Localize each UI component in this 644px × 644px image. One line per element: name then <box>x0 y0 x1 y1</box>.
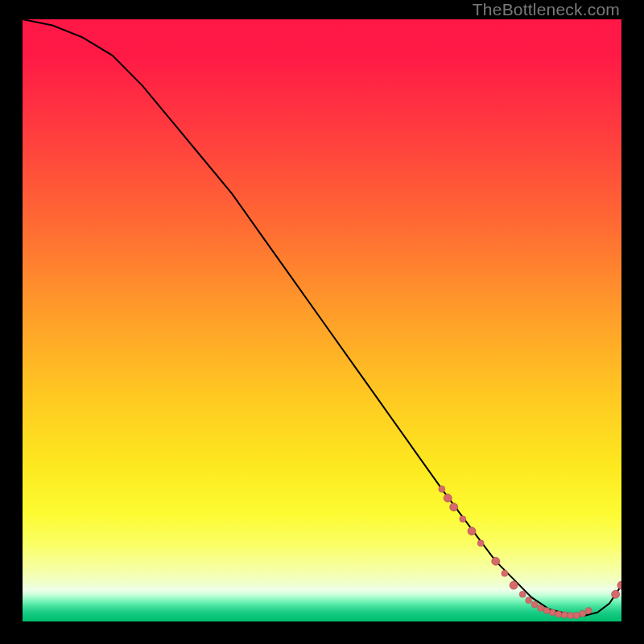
curve-marker <box>549 609 555 616</box>
curve-markers <box>439 485 621 618</box>
curve-marker <box>450 503 458 511</box>
curve-marker <box>477 540 484 547</box>
curve-marker <box>555 611 562 617</box>
watermark-text: TheBottleneck.com <box>473 0 620 19</box>
curve-marker <box>444 494 452 502</box>
plot-area <box>23 19 621 621</box>
curve-marker <box>568 613 574 619</box>
curve-marker <box>580 610 586 617</box>
curve-marker <box>510 581 518 589</box>
curve-marker <box>519 591 526 597</box>
curve-marker <box>460 516 466 522</box>
curve-marker <box>526 597 532 604</box>
curve-svg <box>23 19 621 621</box>
curve-marker <box>617 581 621 589</box>
curve-marker <box>538 605 544 612</box>
curve-marker <box>439 485 445 492</box>
curve-marker <box>543 608 550 614</box>
curve-marker <box>612 590 620 598</box>
curve-marker <box>561 612 568 618</box>
curve-marker <box>531 601 538 608</box>
curve-marker <box>573 613 580 619</box>
curve-marker <box>492 557 500 565</box>
bottleneck-curve-line <box>23 19 621 616</box>
curve-marker <box>585 608 592 614</box>
chart-stage: TheBottleneck.com <box>0 0 644 644</box>
curve-marker <box>502 570 508 576</box>
curve-marker <box>468 527 476 535</box>
